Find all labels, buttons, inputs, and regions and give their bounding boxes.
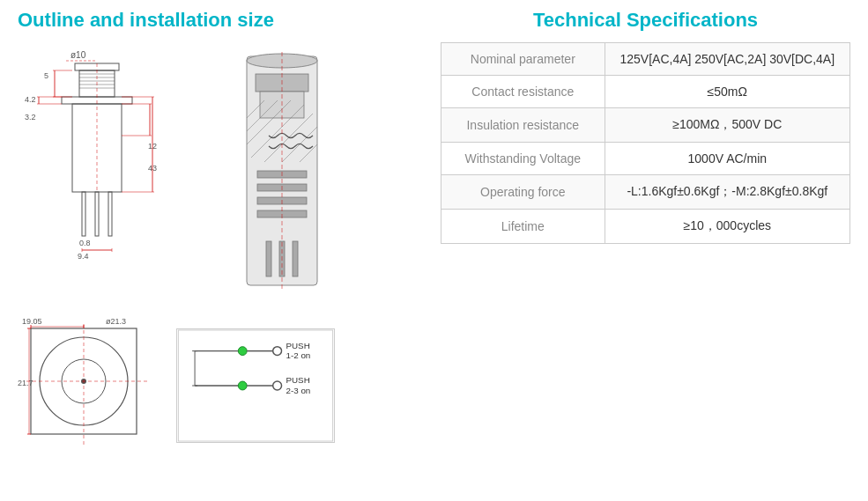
svg-text:3.2: 3.2 [25, 113, 36, 122]
table-row: Insulation resistance≥100MΩ，500V DC [441, 108, 850, 143]
param-cell: Withstanding Voltage [441, 143, 605, 175]
value-cell: ≥100MΩ，500V DC [605, 108, 849, 143]
diagrams-bottom: 19.05 ø21.3 21.7 [18, 315, 423, 460]
left-panel: Outline and installation size ø10 [18, 9, 423, 460]
param-cell: Contact resistance [441, 76, 605, 108]
right-panel: Technical Specifications Nominal paramet… [441, 9, 850, 460]
wiring-diagram: PUSH 1-2 on PUSH 2-3 on [176, 328, 335, 446]
svg-text:PUSH: PUSH [286, 341, 309, 350]
param-cell: Nominal parameter [441, 43, 605, 76]
svg-text:9.4: 9.4 [78, 252, 89, 261]
front-view-diagram: 19.05 ø21.3 21.7 [18, 315, 159, 460]
param-cell: Lifetime [441, 210, 605, 244]
svg-text:ø21.3: ø21.3 [106, 317, 126, 326]
svg-text:1-2 on: 1-2 on [286, 350, 310, 360]
right-title: Technical Specifications [441, 9, 850, 32]
table-row: Nominal parameter125V[AC,4A] 250V[AC,2A]… [441, 43, 850, 76]
svg-rect-52 [266, 241, 271, 276]
wiring-svg: PUSH 1-2 on PUSH 2-3 on [176, 328, 335, 443]
svg-text:ø10: ø10 [70, 50, 86, 60]
cross-section-diagram [194, 48, 370, 298]
svg-text:5: 5 [44, 71, 48, 80]
table-row: Withstanding Voltage1000V AC/min [441, 143, 850, 175]
value-cell: 125V[AC,4A] 250V[AC,2A] 30V[DC,4A] [605, 43, 849, 76]
svg-point-73 [238, 347, 247, 356]
svg-rect-10 [72, 104, 122, 192]
svg-text:PUSH: PUSH [286, 375, 309, 385]
svg-text:0.8: 0.8 [79, 239, 91, 247]
svg-text:19.05: 19.05 [22, 317, 42, 326]
svg-text:4.2: 4.2 [25, 95, 36, 104]
diagrams-top: ø10 5 [18, 48, 423, 298]
value-cell: -L:1.6Kgf±0.6Kgf；-M:2.8Kgf±0.8Kgf [605, 175, 849, 210]
table-row: Lifetime≥10，000cycles [441, 210, 850, 244]
svg-rect-30 [108, 192, 112, 236]
table-row: Operating force-L:1.6Kgf±0.6Kgf；-M:2.8Kg… [441, 175, 850, 210]
param-cell: Insulation resistance [441, 108, 605, 143]
svg-point-79 [238, 381, 247, 390]
param-cell: Operating force [441, 175, 605, 210]
specs-table: Nominal parameter125V[AC,4A] 250V[AC,2A]… [441, 42, 850, 244]
svg-rect-29 [95, 192, 99, 236]
svg-text:2-3 on: 2-3 on [286, 386, 310, 395]
svg-rect-54 [293, 241, 298, 276]
value-cell: 1000V AC/min [605, 143, 849, 175]
table-row: Contact resistance≤50mΩ [441, 76, 850, 108]
value-cell: ≥10，000cycles [605, 210, 849, 244]
cross-section-svg [194, 48, 370, 294]
svg-rect-28 [82, 192, 85, 236]
svg-text:21.7: 21.7 [18, 379, 33, 387]
outline-diagram: ø10 5 [18, 48, 176, 298]
value-cell: ≤50mΩ [605, 76, 849, 108]
outline-svg: ø10 5 [18, 48, 176, 294]
left-title: Outline and installation size [18, 9, 423, 32]
front-view-svg: 19.05 ø21.3 21.7 [18, 315, 159, 456]
